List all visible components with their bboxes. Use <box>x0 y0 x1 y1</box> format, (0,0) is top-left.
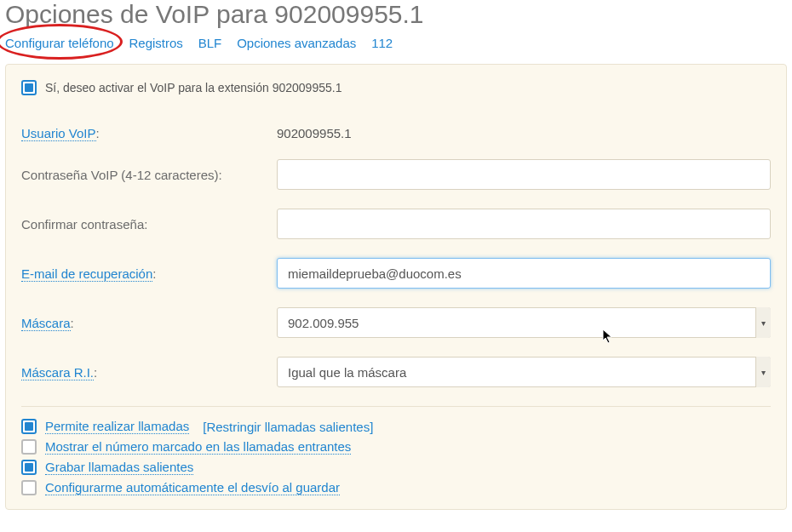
label-mask-ri: Máscara R.I.: <box>21 365 277 380</box>
divider <box>21 406 771 407</box>
activation-row: Sí, deseo activar el VoIP para la extens… <box>21 80 771 95</box>
tab-logs[interactable]: Registros <box>129 36 182 50</box>
input-recovery-email[interactable] <box>277 258 771 289</box>
activation-label: Sí, deseo activar el VoIP para la extens… <box>45 81 341 94</box>
tab-blf[interactable]: BLF <box>198 36 222 50</box>
input-confirm-password[interactable] <box>277 209 771 239</box>
row-mask: Máscara: 902.009.955 ▾ <box>21 307 771 338</box>
label-mask: Máscara: <box>21 316 277 330</box>
row-show-dialed: Mostrar el número marcado en las llamada… <box>21 439 771 455</box>
label-show-dialed: Mostrar el número marcado en las llamada… <box>45 439 351 455</box>
row-auto-forward: Configurarme automáticamente el desvío a… <box>21 480 771 495</box>
value-voip-user: 902009955.1 <box>277 126 771 140</box>
activation-checkbox[interactable] <box>21 80 37 95</box>
label-voip-password: Contraseña VoIP (4-12 caracteres): <box>21 168 277 182</box>
voip-panel: Sí, deseo activar el VoIP para la extens… <box>5 64 787 510</box>
row-mask-ri: Máscara R.I.: Igual que la máscara ▾ <box>21 357 771 387</box>
select-mask-ri[interactable]: Igual que la máscara <box>277 357 771 387</box>
input-voip-password[interactable] <box>277 159 771 190</box>
label-voip-user: Usuario VoIP: <box>21 126 277 140</box>
checkbox-show-dialed[interactable] <box>21 439 37 455</box>
label-recovery-email: E-mail de recuperación: <box>21 266 277 281</box>
label-allow-calls: Permite realizar llamadas <box>45 419 189 434</box>
tab-112[interactable]: 112 <box>371 36 393 50</box>
page-title: Opciones de VoIP para 902009955.1 <box>0 0 792 36</box>
row-record-outgoing: Grabar llamadas salientes <box>21 460 771 475</box>
link-restrict-outgoing[interactable]: [Restringir llamadas salientes] <box>203 420 373 434</box>
row-allow-calls: Permite realizar llamadas [Restringir ll… <box>21 419 771 434</box>
checkbox-allow-calls[interactable] <box>21 419 37 434</box>
tab-configure-phone[interactable]: Configurar teléfono <box>5 36 114 50</box>
tab-bar: Configurar teléfono Registros BLF Opcion… <box>0 36 792 64</box>
tab-advanced-options[interactable]: Opciones avanzadas <box>237 36 356 50</box>
label-record-outgoing: Grabar llamadas salientes <box>45 460 193 475</box>
label-confirm-password: Confirmar contraseña: <box>21 217 277 232</box>
checkbox-auto-forward[interactable] <box>21 480 37 495</box>
row-confirm-password: Confirmar contraseña: <box>21 209 771 239</box>
select-mask[interactable]: 902.009.955 <box>277 307 771 338</box>
checkbox-record-outgoing[interactable] <box>21 460 37 475</box>
row-recovery-email: E-mail de recuperación: <box>21 258 771 289</box>
row-voip-password: Contraseña VoIP (4-12 caracteres): <box>21 159 771 190</box>
label-auto-forward: Configurarme automáticamente el desvío a… <box>45 480 340 495</box>
row-voip-user: Usuario VoIP: 902009955.1 <box>21 126 771 140</box>
